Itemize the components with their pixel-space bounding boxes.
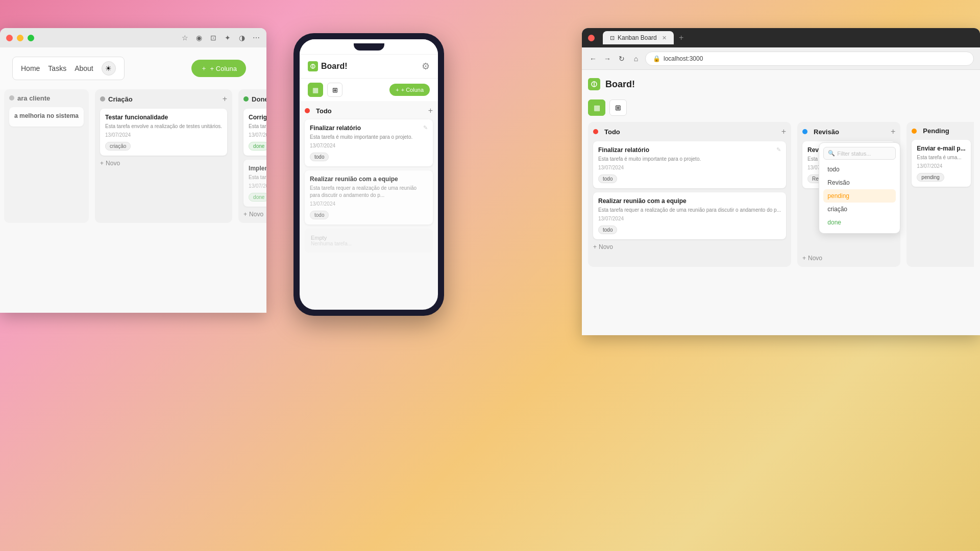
profile-icon[interactable]: ◉ — [195, 34, 203, 42]
right-column-title-pending: Pending — [912, 127, 949, 135]
back-button[interactable]: ← — [588, 54, 598, 64]
board-logo-icon — [308, 61, 318, 71]
task-desc: Esta tarefa envolve a realização de test… — [105, 123, 222, 130]
filter-placeholder: Filter status... — [837, 151, 871, 157]
column-title-done: Done — [252, 95, 266, 103]
right-task-tag-1: todo — [598, 174, 617, 183]
maximize-button[interactable] — [28, 35, 34, 41]
dropdown-item-done[interactable]: done — [823, 216, 896, 229]
right-column-add-button-revisao[interactable]: + — [891, 127, 895, 136]
nav-bar: Home Tasks About ☀ ＋ + Coluna — [0, 47, 266, 89]
task-card-corrigir[interactable]: Corrigir bug Esta tarefa requer a correç… — [243, 109, 266, 156]
phone-view-list-button[interactable]: ⊞ — [327, 83, 342, 97]
phone-column-add-button[interactable]: + — [428, 106, 433, 115]
forward-button[interactable]: → — [602, 54, 612, 64]
status-dot-red — [305, 108, 310, 113]
phone-task-card-1[interactable]: Finalizar relatório ✎ Esta tarefa é muit… — [305, 119, 433, 166]
dropdown-item-pending[interactable]: pending — [823, 189, 896, 203]
task-card-implementar[interactable]: Implementar nova funcionalidad Esta tare… — [243, 160, 266, 207]
status-dot-gray — [100, 96, 105, 102]
share-icon[interactable]: ⊡ — [209, 34, 217, 42]
phone-task-card-2[interactable]: Realizar reunião com a equipe Esta taref… — [305, 170, 433, 224]
right-app-title: Board! — [605, 79, 635, 90]
phone-empty-section: Empty Nenhuma tarefa... — [305, 229, 433, 253]
tab-label: Kanban Board — [618, 34, 657, 41]
phone-task-date-1: 13/07/2024 — [310, 143, 428, 148]
task-date: 13/07/2024 — [249, 183, 266, 189]
kanban-tab[interactable]: ⊡ Kanban Board ✕ — [603, 31, 674, 44]
phone-mockup: Board! ⚙ ▦ ⊞ + + Coluna Todo + Finaliz — [293, 33, 444, 316]
right-view-list-button[interactable]: ⊞ — [609, 99, 627, 116]
dropdown-item-revisao[interactable]: Revisão — [823, 176, 896, 189]
nav-tasks[interactable]: Tasks — [48, 64, 66, 72]
add-column-button[interactable]: ＋ + Coluna — [191, 60, 246, 77]
task-tag: done — [249, 193, 266, 202]
right-task-title-2: Realizar reunião com a equipe — [598, 197, 781, 205]
nav-home[interactable]: Home — [21, 64, 40, 72]
task-card[interactable]: a melhoria no sistema — [9, 107, 84, 127]
theme-icon[interactable]: ◑ — [238, 34, 246, 42]
phone-empty-desc: Nenhuma tarefa... — [311, 241, 427, 246]
status-dropdown: 🔍 Filter status... todo Revisão pending … — [819, 142, 900, 234]
add-new-task-done[interactable]: + Novo — [243, 211, 266, 218]
phone-task-tag-2: todo — [310, 211, 329, 219]
extension-icon[interactable]: ✦ — [224, 34, 232, 42]
board-logo-right — [588, 78, 600, 90]
novo-label: Novo — [249, 211, 263, 218]
nav-about[interactable]: About — [75, 64, 93, 72]
task-title: Testar funcionalidade — [105, 114, 222, 121]
right-view-kanban-button[interactable]: ▦ — [588, 99, 605, 116]
right-task-card-1[interactable]: Finalizar relatório ✎ Esta tarefa é muit… — [593, 141, 786, 188]
task-card-testar[interactable]: Testar funcionalidade Esta tarefa envolv… — [100, 109, 227, 156]
nav-links-box: Home Tasks About ☀ — [12, 57, 125, 80]
phone-task-title-2: Realizar reunião com a equipe — [310, 176, 428, 183]
dropdown-item-criacao[interactable]: criação — [823, 203, 896, 216]
more-icon[interactable]: ⋯ — [252, 34, 260, 42]
edit-icon[interactable]: ✎ — [776, 146, 781, 153]
dropdown-label: done — [827, 219, 841, 226]
titlebar-icons: ☆ ◉ ⊡ ✦ ◑ ⋯ — [181, 34, 260, 42]
close-button[interactable] — [6, 35, 13, 41]
right-column-title-todo: Todo — [593, 128, 620, 136]
left-kanban-board: ara cliente a melhoria no sistema Criaçã… — [0, 89, 266, 231]
right-close-button[interactable] — [588, 35, 595, 41]
phone-toolbar: ▦ ⊞ + + Coluna — [300, 79, 438, 101]
edit-icon-1[interactable]: ✎ — [423, 124, 428, 131]
new-tab-button[interactable]: + — [676, 32, 687, 43]
column-header-done: Done + — [243, 94, 266, 104]
right-toolbar: ▦ ⊞ — [588, 99, 974, 116]
phone-view-kanban-button[interactable]: ▦ — [308, 83, 323, 97]
right-task-title-pending: Enviar e-mail p... — [917, 145, 965, 152]
phone-add-column-button[interactable]: + + Coluna — [389, 84, 430, 96]
right-app-header: Board! — [588, 76, 974, 92]
filter-status-input[interactable]: 🔍 Filter status... — [823, 147, 896, 160]
theme-toggle[interactable]: ☀ — [102, 61, 116, 76]
right-task-date-pending: 13/07/2024 — [917, 163, 965, 169]
left-titlebar: ☆ ◉ ⊡ ✦ ◑ ⋯ — [0, 28, 266, 47]
home-button[interactable]: ⌂ — [631, 54, 641, 64]
right-task-date-2: 13/07/2024 — [598, 216, 781, 221]
phone-task-title-1: Finalizar relatório — [310, 124, 361, 132]
add-new-task[interactable]: + Novo — [100, 160, 227, 167]
tab-icon: ⊡ — [610, 35, 615, 41]
right-task-desc-1: Esta tarefa é muito importante para o pr… — [598, 156, 781, 163]
settings-icon[interactable]: ⚙ — [422, 61, 430, 72]
right-task-card-pending[interactable]: Enviar e-mail p... Esta tarefa é uma... … — [912, 140, 970, 187]
tab-close-button[interactable]: ✕ — [662, 35, 667, 41]
reload-button[interactable]: ↻ — [617, 54, 627, 64]
right-add-new-task-todo[interactable]: + Novo — [593, 243, 786, 251]
column-title-criacao: Criação — [108, 95, 133, 103]
kanban-column-done: Done + Corrigir bug Esta tarefa requer a… — [238, 89, 266, 223]
star-icon[interactable]: ☆ — [181, 34, 189, 42]
address-bar[interactable]: 🔒 localhost:3000 — [645, 52, 974, 66]
right-column-add-button-todo[interactable]: + — [781, 127, 786, 136]
kanban-column-criacao: Criação + Testar funcionalidade Esta tar… — [95, 89, 232, 223]
dropdown-item-todo[interactable]: todo — [823, 163, 896, 176]
right-add-new-task-revisao[interactable]: + Novo — [802, 255, 895, 262]
dropdown-label: todo — [827, 166, 839, 173]
right-task-tag-2: todo — [598, 226, 617, 234]
column-add-button[interactable]: + — [223, 94, 227, 104]
minimize-button[interactable] — [17, 35, 23, 41]
phone-task-desc-1: Esta tarefa é muito importante para o pr… — [310, 134, 428, 141]
right-task-card-2[interactable]: Realizar reunião com a equipe Esta taref… — [593, 192, 786, 239]
